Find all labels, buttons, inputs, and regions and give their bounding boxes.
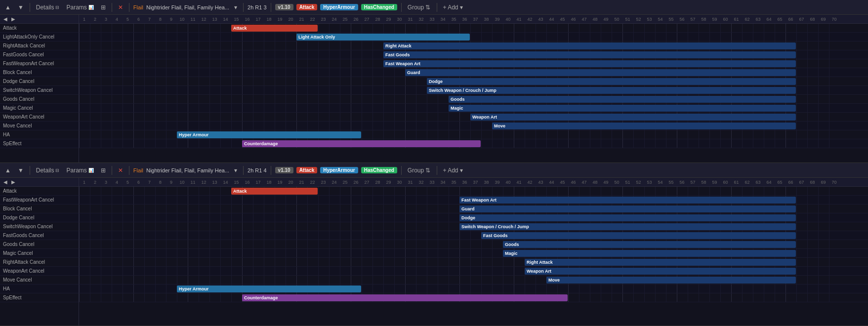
- grid-line: [199, 231, 199, 240]
- clip[interactable]: Fast Goods: [481, 232, 796, 239]
- clip[interactable]: Counterdamage: [242, 140, 481, 147]
- grid-line: [307, 104, 308, 112]
- grid-line: [286, 276, 286, 284]
- weapon-type: Flail: [133, 4, 143, 10]
- add-button[interactable]: + Add ▾: [441, 3, 465, 12]
- grid-line: [818, 231, 819, 240]
- grid-line: [405, 231, 406, 240]
- clip[interactable]: Counterdamage: [242, 294, 568, 301]
- clip[interactable]: Weapon Art: [525, 268, 796, 275]
- down-button[interactable]: ▼: [16, 166, 26, 175]
- grid-line: [753, 285, 753, 293]
- grid-line: [220, 204, 221, 213]
- grid-line: [275, 276, 275, 284]
- details-icon: ⊟: [55, 5, 59, 10]
- clip[interactable]: Move: [546, 277, 796, 284]
- clip[interactable]: Magic: [503, 250, 796, 257]
- grid-line: [177, 139, 177, 148]
- ruler-prev[interactable]: ◀: [2, 16, 9, 22]
- details-button[interactable]: Details ⊟: [34, 3, 62, 12]
- details-button[interactable]: Details ⊟: [34, 166, 62, 175]
- grid-line: [796, 59, 797, 68]
- grid-button[interactable]: ⊞: [99, 166, 108, 175]
- grid-line: [438, 240, 438, 248]
- clip[interactable]: Goods: [503, 241, 796, 248]
- grid-line: [286, 240, 286, 248]
- grid-line: [101, 139, 101, 148]
- grid-line: [209, 231, 210, 240]
- add-button[interactable]: + Add ▾: [441, 166, 465, 175]
- close-button[interactable]: ✕: [116, 166, 125, 175]
- grid-line: [253, 231, 253, 240]
- title-dropdown[interactable]: ▾: [232, 166, 239, 175]
- grid-line: [459, 249, 460, 257]
- ruler-number: 43: [536, 17, 546, 22]
- close-button[interactable]: ✕: [116, 3, 125, 12]
- grid-line: [133, 204, 134, 213]
- clip[interactable]: Fast Goods: [383, 51, 796, 58]
- track-area: 1234567891011121314151617181920212223242…: [79, 178, 868, 326]
- ruler-number: 39: [492, 17, 503, 22]
- grid-line: [123, 113, 123, 121]
- grid-line: [655, 187, 656, 195]
- ruler-prev[interactable]: ◀: [2, 179, 9, 185]
- ruler-next[interactable]: ▶: [10, 179, 17, 185]
- grid-line: [383, 122, 384, 130]
- clip[interactable]: Guard: [405, 69, 796, 76]
- down-button[interactable]: ▼: [16, 3, 26, 12]
- clip[interactable]: Hyper Armour: [177, 131, 361, 138]
- clip[interactable]: Light Attack Only: [296, 34, 470, 41]
- grid-line: [829, 139, 829, 148]
- group-button[interactable]: Group ⇅: [406, 166, 433, 175]
- grid-line: [90, 50, 90, 59]
- clip[interactable]: Hyper Armour: [177, 285, 361, 292]
- grid-line: [79, 258, 80, 266]
- clip[interactable]: Right Attack: [383, 42, 796, 49]
- grid-line: [155, 104, 156, 112]
- group-button[interactable]: Group ⇅: [406, 3, 433, 12]
- grid-line: [264, 249, 264, 257]
- grid-line: [264, 276, 264, 284]
- grid-button[interactable]: ⊞: [99, 3, 108, 12]
- clip[interactable]: Fast Weapon Art: [459, 197, 796, 204]
- grid-line: [622, 139, 623, 148]
- ruler-number: 21: [296, 180, 307, 185]
- grid-line: [144, 104, 145, 112]
- grid-line: [133, 104, 134, 112]
- grid-line: [438, 276, 438, 284]
- grid-line: [199, 122, 199, 130]
- grid-line: [362, 249, 362, 257]
- row-label: SwitchWeapon Cancel: [0, 222, 79, 231]
- clip[interactable]: Switch Weapon / Crouch / Jump: [459, 223, 796, 230]
- clip[interactable]: Dodge: [459, 214, 796, 221]
- clip[interactable]: Switch Weapon / Crouch / Jump: [427, 87, 796, 94]
- clip[interactable]: Attack: [231, 25, 318, 32]
- clip[interactable]: Weapon Art: [470, 114, 796, 121]
- clip[interactable]: Attack: [231, 188, 318, 195]
- ruler-number: 64: [764, 17, 775, 22]
- row-label: Block Cancel: [0, 68, 79, 77]
- clip[interactable]: Magic: [449, 105, 796, 112]
- up-button[interactable]: ▲: [3, 3, 13, 12]
- grid-line: [264, 95, 264, 103]
- clip[interactable]: Move: [492, 122, 796, 129]
- track-row: Attack: [79, 24, 868, 33]
- up-button[interactable]: ▲: [3, 166, 13, 175]
- grid-line: [383, 249, 384, 257]
- clip[interactable]: Guard: [459, 205, 796, 212]
- title-dropdown[interactable]: ▾: [232, 3, 239, 12]
- grid-line: [394, 122, 395, 130]
- params-button[interactable]: Params 📊: [64, 166, 95, 175]
- ruler-next[interactable]: ▶: [10, 16, 17, 22]
- grid-line: [112, 104, 112, 112]
- grid-line: [362, 68, 362, 77]
- clip[interactable]: Right Attack: [525, 259, 796, 266]
- track-row: Weapon Art: [79, 113, 868, 122]
- params-button[interactable]: Params 📊: [64, 3, 95, 12]
- grid-line: [405, 285, 406, 293]
- clip[interactable]: Dodge: [427, 78, 796, 85]
- grid-line: [394, 204, 395, 213]
- clip[interactable]: Fast Weapon Art: [383, 60, 796, 67]
- grid-line: [101, 95, 101, 103]
- clip[interactable]: Goods: [449, 96, 796, 103]
